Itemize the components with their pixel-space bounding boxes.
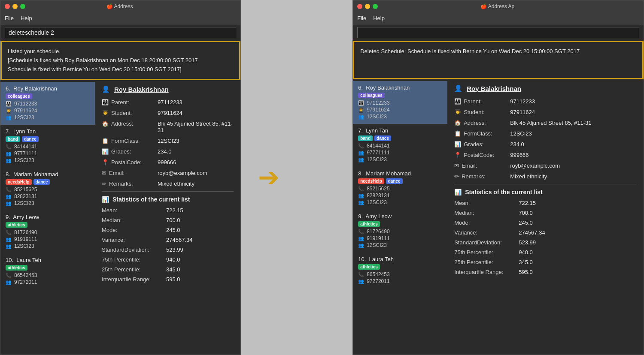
stats-25th-r: 25th Percentile: 345.0: [454, 259, 637, 265]
tag-athletics-r: athletics: [358, 221, 380, 227]
class-icon-3: 👥: [6, 201, 12, 206]
student-value: 97911624: [158, 110, 234, 116]
email-icon-r: ✉: [454, 162, 459, 169]
stats-mean-r: Mean: 722.15: [454, 200, 637, 206]
detail-parent: 👨‍👩‍👧 Parent: 97112233: [102, 99, 234, 105]
menu-file-right[interactable]: File: [357, 15, 366, 21]
divider-right: [454, 184, 637, 184]
titlebar-right: 🍎 Address Ap: [353, 0, 644, 12]
detail-address: 🏠 Address: Blk 45 Aljunied Street 85, #1…: [102, 120, 234, 133]
stats-variance: Variance: 274567.34: [102, 237, 234, 243]
tag-band-r: band: [358, 135, 373, 141]
left-window: 🍎 Address File Help Listed your schedule…: [0, 0, 241, 355]
detail-postal: 📍 PostalCode: 999666: [102, 159, 234, 165]
parent-value-r: 97112233: [510, 98, 637, 105]
stats-75th-r: 75th Percentile: 940.0: [454, 249, 637, 256]
detail-remarks: ✏ Remarks: Mixed ethnicity: [102, 181, 234, 187]
contact-name-2: 7. Lynn Tan: [6, 128, 90, 135]
contact-item-5[interactable]: 10. Laura Teh athletics 📞 86542453 👥 972…: [0, 253, 95, 289]
contact-tags-r1: colleagues: [358, 93, 442, 98]
email-icon: ✉: [102, 170, 106, 176]
tag-colleagues: colleagues: [6, 93, 32, 99]
phone2-icon-r4: 👥: [358, 236, 364, 241]
detail-name-right: Roy Balakrishnan: [467, 85, 521, 92]
menu-help-left[interactable]: Help: [21, 15, 32, 21]
contact-item-r5[interactable]: 10. Laura Teh athletics 📞 86542453 👥 972…: [353, 253, 447, 289]
detail-panel-left: 👤 Roy Balakrishnan 👨‍👩‍👧 Parent: 9711223…: [95, 80, 240, 355]
contact-item-r2[interactable]: 7. Lynn Tan band dance 📞 84144141 👥 9777…: [353, 124, 447, 167]
postal-value: 999666: [158, 159, 234, 165]
contact-list-right: 6. Roy Balakrishnan colleagues 👨‍👩‍👧 971…: [353, 79, 447, 355]
student-icon-1: 👨‍🎓: [6, 108, 12, 114]
tag-needshelp: needsHelp: [6, 179, 32, 185]
phone1-icon-r5: 📞: [358, 272, 364, 277]
contact-item-4[interactable]: 9. Amy Leow athletics 📞 81726490 👥 91919…: [0, 211, 95, 253]
command-input-right[interactable]: [357, 27, 639, 38]
content-area-left: 6. Roy Balakrishnan colleagues 👨‍👩‍👧 971…: [0, 80, 240, 355]
right-window: 🍎 Address Ap File Help Deleted Schedule:…: [352, 0, 644, 355]
output-panel-left: Listed your schedule. [Schedule is fixed…: [0, 41, 240, 80]
command-input-left[interactable]: [5, 27, 236, 38]
contact-item-r3[interactable]: 8. Mariam Mohamad needsHelp dance 📞 8521…: [353, 167, 447, 210]
contact-item-3[interactable]: 8. Mariam Mohamad needsHelp dance 📞 8521…: [0, 168, 95, 211]
tag-dance-r2: dance: [386, 178, 403, 184]
contact-class-1: 👥 12SCI23: [6, 114, 90, 120]
grades-icon-r: 📊: [454, 141, 461, 147]
stats-75th: 75th Percentile: 940.0: [102, 256, 234, 263]
tag-dance-r: dance: [374, 135, 391, 141]
forward-arrow-icon: ➔: [258, 165, 279, 190]
phone1-icon-5: 📞: [6, 273, 12, 278]
contact-item-2[interactable]: 7. Lynn Tan band dance 📞 84144141 👥 9777…: [0, 125, 95, 168]
stats-mean: Mean: 722.15: [102, 207, 234, 214]
contact-name-r2: 7. Lynn Tan: [358, 127, 442, 134]
tag-band: band: [6, 136, 20, 142]
parent-icon-r1: 👨‍👩‍👧: [358, 100, 364, 106]
person-icon-left: 👤: [102, 85, 110, 93]
detail-formclass: 📋 FormClass: 12SCI23: [102, 138, 234, 144]
divider-left: [102, 191, 234, 192]
grades-value-r: 234.0: [510, 141, 637, 147]
contact-item-r4[interactable]: 9. Amy Leow athletics 📞 81726490 👥 91919…: [353, 210, 447, 253]
detail-name-left: Roy Balakrishnan: [114, 86, 169, 93]
contact-list-left: 6. Roy Balakrishnan colleagues 👨‍👩‍👧 971…: [0, 80, 95, 355]
class-icon-r2: 👥: [358, 157, 364, 162]
contact-item-1[interactable]: 6. Roy Balakrishnan colleagues 👨‍👩‍👧 971…: [0, 82, 95, 125]
contact-tags-r2: band dance: [358, 135, 442, 141]
class-icon-r1: 👥: [358, 114, 364, 120]
window-title-left: 🍎 Address: [3, 3, 236, 9]
phone2-icon-r3: 👥: [358, 193, 364, 199]
menubar-right: File Help: [353, 12, 644, 24]
content-area-right: 6. Roy Balakrishnan colleagues 👨‍👩‍👧 971…: [353, 79, 644, 355]
remarks-value-r: Mixed ethnicity: [510, 173, 637, 180]
stats-25th: 25th Percentile: 345.0: [102, 266, 234, 273]
menu-help-right[interactable]: Help: [373, 15, 385, 21]
phone2-icon-2: 👥: [6, 151, 12, 156]
phone1-icon-r3: 📞: [358, 186, 364, 192]
class-icon-2: 👥: [6, 158, 12, 163]
grades-value: 234.0: [158, 148, 234, 155]
titlebar-left: 🍎 Address: [0, 0, 240, 12]
tag-dance-2: dance: [33, 179, 50, 185]
postal-icon-r: 📍: [454, 152, 461, 158]
contact-tags-r4: athletics: [358, 221, 442, 227]
tag-athletics-2: athletics: [6, 265, 27, 271]
contact-name-r3: 8. Mariam Mohamad: [358, 170, 442, 177]
menu-file-left[interactable]: File: [5, 15, 14, 21]
student-icon-r: 👨‍🎓: [454, 109, 461, 115]
tag-colleagues-r: colleagues: [358, 93, 385, 98]
command-bar-left: [0, 24, 240, 41]
contact-parent-1: 👨‍👩‍👧 97112233: [6, 101, 90, 107]
stats-median: Median: 700.0: [102, 217, 234, 223]
phone1-icon-2: 📞: [6, 144, 12, 150]
phone2-icon-5: 👥: [6, 280, 12, 285]
tag-athletics: athletics: [6, 222, 27, 228]
formclass-value: 12SCI23: [158, 138, 234, 144]
class-icon-r4: 👥: [358, 243, 364, 248]
stats-iqr-r: Interquartile Range: 595.0: [454, 269, 637, 275]
stats-icon-right: 📊: [454, 189, 462, 196]
phone2-icon-r2: 👥: [358, 150, 364, 156]
formclass-icon: 📋: [102, 138, 109, 144]
class-icon-1: 👥: [6, 115, 12, 120]
contact-item-r1[interactable]: 6. Roy Balakrishnan colleagues 👨‍👩‍👧 971…: [353, 81, 447, 124]
stats-stddev-r: StandardDeviation: 523.99: [454, 239, 637, 246]
